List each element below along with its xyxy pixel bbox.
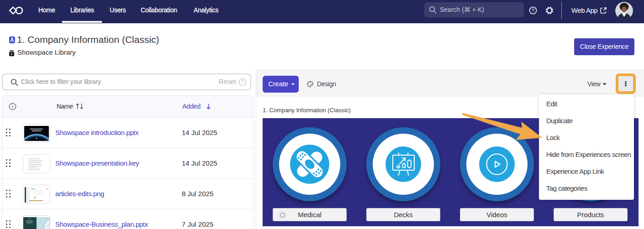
svg-text:?: ? <box>241 79 244 85</box>
svg-text:?: ? <box>532 8 534 13</box>
